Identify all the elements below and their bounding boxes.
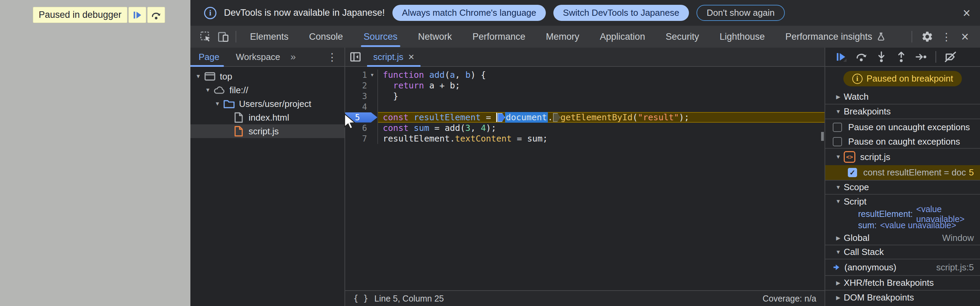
tab-memory[interactable]: Memory — [536, 26, 590, 48]
collapse-icon[interactable]: ▶ — [833, 235, 844, 241]
dont-show-again-button[interactable]: Don't show again — [697, 5, 785, 21]
scrollbar-highlight-marker[interactable] — [821, 132, 824, 141]
section-watch[interactable]: ▶ Watch — [825, 90, 980, 105]
more-options-icon[interactable]: ⋮ — [939, 31, 954, 43]
tab-page[interactable]: Page — [190, 47, 228, 67]
switch-devtools-japanese-button[interactable]: Switch DevTools to Japanese — [554, 5, 689, 21]
navigator-menu-icon[interactable]: ⋮ — [325, 51, 340, 63]
expand-icon[interactable]: ▼ — [193, 73, 204, 80]
devtools-close-icon[interactable]: × — [957, 29, 973, 44]
tab-workspace[interactable]: Workspace — [228, 47, 289, 67]
collapse-icon[interactable]: ▼ — [833, 184, 844, 191]
tab-elements[interactable]: Elements — [240, 26, 299, 48]
token: add — [445, 123, 460, 133]
info-icon: i — [204, 7, 216, 19]
deactivate-breakpoints-button[interactable] — [942, 49, 959, 64]
inline-step-marker-active[interactable] — [498, 113, 505, 122]
paused-on-breakpoint-badge: i Paused on breakpoint — [843, 71, 962, 86]
collapse-icon[interactable]: ▼ — [833, 108, 844, 115]
line-number[interactable]: 3 — [345, 91, 367, 101]
step-over-button[interactable] — [147, 7, 165, 23]
checkbox-unchecked[interactable] — [833, 137, 842, 146]
collapse-icon[interactable]: ▶ — [833, 280, 844, 286]
toggle-navigator-icon[interactable] — [345, 48, 366, 66]
section-breakpoints[interactable]: ▼ Breakpoints — [825, 105, 980, 119]
line-number[interactable]: 7 — [345, 134, 367, 143]
call-stack-frame[interactable]: (anonymous) script.js:5 — [825, 260, 980, 275]
toolbar-divider — [235, 31, 236, 43]
close-tab-icon[interactable]: × — [408, 51, 414, 63]
expand-icon[interactable]: ▼ — [203, 87, 213, 93]
line-number[interactable]: 4 — [345, 102, 367, 112]
tree-item-index-html[interactable]: index.html — [190, 111, 344, 124]
tab-network[interactable]: Network — [408, 26, 462, 48]
token: const — [383, 112, 409, 122]
line-number[interactable]: 1 — [345, 70, 367, 80]
resume-script-button[interactable] — [129, 7, 146, 23]
toggle-device-toolbar-button[interactable] — [214, 29, 232, 45]
toolbar-divider — [935, 51, 936, 63]
inline-step-marker[interactable] — [553, 113, 560, 122]
tab-label: Performance insights — [786, 32, 872, 42]
step-over-button[interactable] — [853, 49, 870, 64]
step-into-button[interactable] — [872, 49, 890, 64]
scope-global-value: Window — [942, 233, 974, 243]
code-area[interactable]: 1 ▼ function add(a, b) { 2 return a + b;… — [345, 67, 824, 290]
section-label: XHR/fetch Breakpoints — [844, 277, 934, 288]
inspect-icon — [199, 30, 212, 43]
breakpoint-file-group[interactable]: ▼ <> script.js — [825, 149, 980, 165]
pause-caught-exceptions-row[interactable]: Pause on caught exceptions — [825, 135, 980, 149]
sources-panel: Page Workspace » ⋮ ▼ top ▼ — [190, 48, 980, 306]
device-toolbar-icon — [217, 30, 229, 43]
token — [409, 112, 414, 122]
collapse-icon[interactable]: ▶ — [833, 94, 844, 100]
inspect-element-button[interactable] — [197, 29, 214, 45]
tab-console[interactable]: Console — [299, 26, 353, 48]
tab-performance[interactable]: Performance — [462, 26, 536, 48]
fold-arrow-icon[interactable]: ▼ — [367, 72, 377, 77]
scope-variable[interactable]: sum: <value unavailable> — [825, 220, 980, 231]
collapse-icon[interactable]: ▼ — [833, 249, 844, 255]
code-line: 4 — [345, 101, 824, 112]
line-number[interactable]: 6 — [345, 123, 367, 133]
tab-security[interactable]: Security — [655, 26, 710, 48]
pause-uncaught-exceptions-row[interactable]: Pause on uncaught exceptions — [825, 119, 980, 135]
tab-sources[interactable]: Sources — [353, 26, 408, 48]
tree-item-script-js[interactable]: script.js — [190, 124, 344, 138]
resume-button[interactable] — [833, 49, 851, 64]
section-scope[interactable]: ▼ Scope — [825, 180, 980, 194]
tab-performance-insights[interactable]: Performance insights — [775, 26, 896, 48]
breakpoint-entry-row[interactable]: ✓ const resultElement = doc··· 5 — [825, 165, 980, 180]
pretty-print-icon[interactable]: { } — [353, 294, 368, 303]
tab-lighthouse[interactable]: Lighthouse — [709, 26, 775, 48]
more-tabs-icon[interactable]: » — [290, 51, 296, 62]
always-match-language-button[interactable]: Always match Chrome's language — [392, 5, 546, 21]
token: a + b; — [424, 81, 460, 91]
token-selected: document — [505, 112, 547, 123]
step-out-icon — [895, 50, 908, 64]
tree-item-project-folder[interactable]: ▼ Users/user/project — [190, 97, 344, 111]
collapse-icon[interactable]: ▼ — [833, 198, 844, 205]
execution-line-badge[interactable]: 5 — [345, 112, 377, 123]
section-dom-breakpoints[interactable]: ▶ DOM Breakpoints — [825, 290, 980, 304]
collapse-icon[interactable]: ▶ — [833, 294, 844, 301]
expand-icon[interactable]: ▼ — [212, 101, 223, 107]
scope-variable[interactable]: resultElement: <value unavailable> — [825, 208, 980, 220]
tree-item-file-protocol[interactable]: ▼ file:// — [190, 83, 344, 97]
section-xhr-breakpoints[interactable]: ▶ XHR/fetch Breakpoints — [825, 275, 980, 290]
code-text: resultElement.textContent = sum; — [377, 133, 824, 144]
collapse-icon[interactable]: ▼ — [833, 154, 844, 160]
editor-tab-script-js[interactable]: script.js × — [366, 48, 422, 66]
line-number[interactable]: 2 — [345, 81, 367, 91]
checkbox-unchecked[interactable] — [833, 123, 842, 132]
infobar-close-icon[interactable]: × — [963, 6, 970, 19]
step-out-button[interactable] — [892, 49, 910, 64]
tab-application[interactable]: Application — [590, 26, 655, 48]
tree-item-top[interactable]: ▼ top — [190, 70, 344, 83]
section-call-stack[interactable]: ▼ Call Stack — [825, 245, 980, 260]
settings-button[interactable] — [918, 29, 936, 45]
checkbox-checked[interactable]: ✓ — [848, 168, 857, 177]
step-button[interactable] — [912, 49, 930, 64]
scope-global-group[interactable]: ▶ Global Window — [825, 231, 980, 245]
tree-item-label: script.js — [248, 126, 279, 137]
